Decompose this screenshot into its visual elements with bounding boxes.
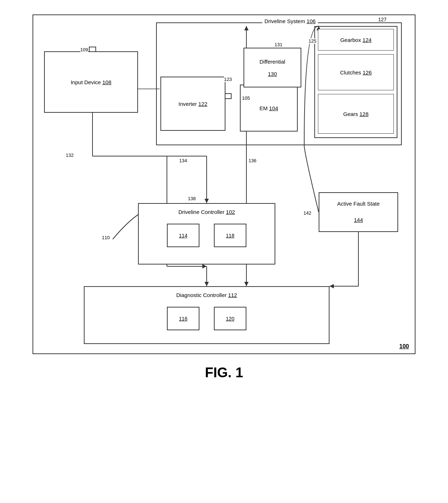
ref-131-label: 131 bbox=[275, 42, 283, 47]
svg-marker-14 bbox=[244, 282, 249, 286]
ref-134-label: 134 bbox=[179, 158, 187, 163]
diag-box-116: 116 bbox=[167, 307, 199, 330]
ref-109-label: 109 bbox=[80, 47, 88, 52]
ref-138-label: 138 bbox=[188, 196, 196, 201]
ref-105-label: 105 bbox=[242, 95, 250, 101]
gearbox-label-box: Gearbox 124 bbox=[318, 29, 394, 51]
diagnostic-controller-box: Diagnostic Controller 112 116 120 bbox=[84, 286, 329, 344]
svg-marker-20 bbox=[329, 284, 334, 288]
differential-box: Differential 130 bbox=[244, 48, 301, 87]
svg-marker-10 bbox=[202, 264, 207, 268]
page-container: Driveline System 106 127 Gearbox 124 Clu… bbox=[0, 0, 448, 395]
dc-inner-boxes: 114 118 bbox=[139, 224, 275, 247]
driveline-controller-label: Driveline Controller 102 bbox=[139, 209, 275, 215]
diag-box-120: 120 bbox=[214, 307, 246, 330]
driveline-controller-box: Driveline Controller 102 114 118 bbox=[138, 203, 275, 265]
diag-inner-boxes: 116 120 bbox=[85, 307, 329, 330]
diagram-outer: Driveline System 106 127 Gearbox 124 Clu… bbox=[33, 14, 415, 354]
dc-box-114: 114 bbox=[167, 224, 199, 247]
input-device-box: Input Device 108 bbox=[44, 51, 138, 113]
driveline-system-label: Driveline System 106 bbox=[262, 18, 318, 24]
ref-125-label: 125 bbox=[309, 38, 316, 44]
svg-marker-4 bbox=[204, 199, 209, 203]
em-box: EM 104 bbox=[240, 85, 298, 132]
clutches-box: Clutches 126 bbox=[318, 54, 394, 90]
svg-marker-12 bbox=[204, 282, 209, 286]
dc-box-118: 118 bbox=[214, 224, 246, 247]
driveline-system-box: Driveline System 106 127 Gearbox 124 Clu… bbox=[156, 22, 402, 145]
gears-box: Gears 128 bbox=[318, 94, 394, 134]
ref-100-label: 100 bbox=[399, 343, 409, 350]
ref-123-label: 123 bbox=[224, 77, 232, 82]
gearbox-outer-box: Gearbox 124 Clutches 126 Gears 128 bbox=[314, 26, 397, 138]
ref-132-label: 132 bbox=[66, 152, 74, 158]
ref-110-label: 110 bbox=[102, 235, 110, 240]
fig-label: FIG. 1 bbox=[205, 365, 243, 381]
inverter-box: Inverter 122 bbox=[160, 77, 225, 131]
ref-127: 127 bbox=[378, 17, 387, 22]
diagnostic-controller-label: Diagnostic Controller 112 bbox=[85, 292, 329, 298]
ref-142-label: 142 bbox=[303, 210, 311, 216]
active-fault-state-box: Active Fault State 144 bbox=[319, 192, 398, 232]
ref-136-label: 136 bbox=[249, 158, 257, 163]
